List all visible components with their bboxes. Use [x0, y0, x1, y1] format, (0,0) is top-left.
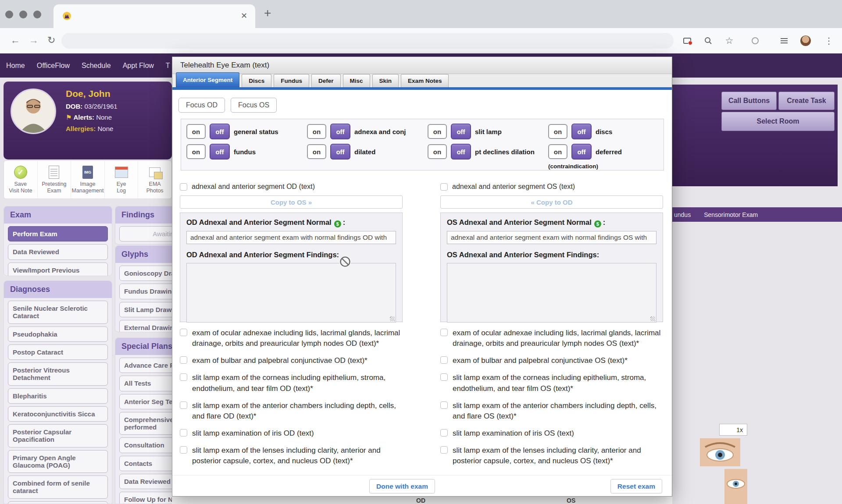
diagnosis-item[interactable]: Posterior Capsular Opacification — [8, 424, 108, 447]
exam-checkbox[interactable] — [440, 401, 448, 409]
tab-close-icon[interactable]: ✕ — [241, 11, 247, 21]
action-toolbar-button[interactable]: EyeLog — [105, 161, 139, 199]
diagnosis-item[interactable]: Combined form of senile cataract — [8, 476, 108, 499]
reading-list-icon[interactable] — [779, 35, 789, 46]
diagnosis-item[interactable]: Postop Cataract — [8, 344, 108, 360]
diagnosis-item[interactable]: Senile Nuclear Sclerotic Cataract — [8, 301, 108, 324]
modal-tab[interactable]: Fundus — [274, 74, 309, 87]
od-findings-textarea[interactable] — [186, 263, 396, 323]
reset-exam-button[interactable]: Reset exam — [610, 479, 662, 493]
od-column-header: OD — [416, 497, 425, 504]
toggle-off-button[interactable]: off — [451, 124, 471, 139]
diagnosis-item[interactable]: Posterior Vitreous Detachment — [8, 362, 108, 386]
toggle-on-button[interactable]: on — [307, 144, 326, 159]
user-avatar[interactable] — [800, 35, 811, 46]
bookmark-star-icon[interactable]: ☆ — [724, 35, 735, 46]
exam-checkbox[interactable] — [440, 429, 448, 437]
modal-tab[interactable]: Skin — [372, 74, 399, 87]
extension-icon[interactable] — [682, 35, 692, 46]
os-section-checkbox[interactable] — [440, 183, 448, 191]
diagnosis-item[interactable]: Dry Macular Degeneration — [8, 501, 108, 504]
back-icon[interactable]: ← — [11, 35, 20, 46]
exam-checkbox[interactable] — [440, 446, 448, 454]
nav-item[interactable]: T — [166, 62, 170, 70]
exam-checkbox[interactable] — [180, 401, 187, 409]
toggle-off-button[interactable]: off — [571, 124, 592, 139]
exam-section-tab[interactable]: Sensorimotor Exam — [704, 211, 758, 218]
os-normal-input[interactable]: adnexal and anterior segment exam with n… — [447, 231, 656, 244]
modal-tab[interactable]: Exam Notes — [401, 74, 449, 87]
toggle-on-button[interactable]: on — [307, 124, 326, 139]
zoom-level-box[interactable]: 1x — [719, 424, 747, 436]
diagnosis-item[interactable]: Pseudophakia — [8, 327, 108, 342]
exam-checkbox[interactable] — [180, 446, 187, 454]
exam-checkbox[interactable] — [180, 373, 187, 381]
od-section-checkbox[interactable] — [180, 183, 187, 191]
focus-os-button[interactable]: Focus OS — [231, 98, 277, 113]
call-buttons-button[interactable]: Call Buttons — [721, 92, 777, 110]
toggle-on-button[interactable]: on — [186, 124, 206, 139]
modal-tab[interactable]: Misc — [343, 74, 370, 87]
exam-checklist-label: slit lamp exam of the lenses including c… — [453, 445, 663, 466]
focus-od-button[interactable]: Focus OD — [178, 98, 225, 113]
window-controls[interactable] — [5, 11, 41, 18]
modal-tab[interactable]: Defer — [311, 74, 341, 87]
toggle-on-button[interactable]: on — [548, 124, 567, 139]
exam-checkbox[interactable] — [440, 373, 448, 381]
exam-panel: Exam Perform ExamData ReviewedView/Impor… — [4, 206, 112, 276]
address-bar[interactable] — [61, 33, 674, 49]
patient-allergies: Allergies: None — [66, 125, 118, 132]
exam-checkbox[interactable] — [440, 356, 448, 364]
toggle-on-button[interactable]: on — [186, 144, 206, 159]
exam-checkbox[interactable] — [180, 329, 187, 336]
kebab-menu-icon[interactable]: ⋮ — [824, 35, 834, 46]
patient-banner: Doe, John DOB: 03/26/1961 ⚑Alerts: None … — [4, 82, 172, 160]
exam-panel-item[interactable]: Perform Exam — [8, 226, 108, 241]
exam-checkbox[interactable] — [440, 329, 448, 336]
action-toolbar-button[interactable]: EMAPhotos — [138, 161, 171, 199]
exam-checkbox[interactable] — [180, 429, 187, 437]
action-toolbar-button[interactable]: PretestingExam — [38, 161, 71, 199]
action-toolbar-button[interactable]: ImageManagement — [71, 161, 105, 199]
action-toolbar-button[interactable]: SaveVisit Note — [4, 161, 38, 199]
nav-item[interactable]: Appt Flow — [123, 62, 154, 70]
profile-circle-icon[interactable] — [750, 35, 760, 46]
reload-icon[interactable]: ↻ — [47, 35, 55, 46]
copy-to-os-button[interactable]: Copy to OS » — [180, 195, 403, 209]
toggle-off-button[interactable]: off — [210, 124, 230, 139]
od-normal-input[interactable]: adnexal and anterior segment exam with n… — [186, 231, 396, 244]
modal-tab[interactable]: Discs — [242, 74, 271, 87]
exam-panel-item[interactable]: Data Reviewed — [8, 244, 108, 259]
diagnosis-item[interactable]: Keratoconjunctivitis Sicca — [8, 406, 108, 422]
diagnosis-item[interactable]: Blepharitis — [8, 388, 108, 404]
forward-icon[interactable]: → — [29, 35, 39, 46]
browser-tab[interactable]: ✕ — [54, 4, 255, 28]
toggle-on-button[interactable]: on — [428, 144, 447, 159]
os-findings-textarea[interactable] — [447, 263, 656, 323]
exam-checkbox[interactable] — [180, 356, 187, 364]
toggle-off-button[interactable]: off — [330, 124, 350, 139]
modal-tab[interactable]: Anterior Segment — [176, 72, 239, 87]
search-icon[interactable] — [703, 35, 714, 46]
toggle-on-button[interactable]: on — [428, 124, 447, 139]
done-with-exam-button[interactable]: Done with exam — [369, 479, 435, 493]
toggle-label: deferred — [596, 148, 622, 156]
toggle-off-button[interactable]: off — [451, 144, 471, 160]
select-room-button[interactable]: Select Room — [721, 112, 835, 131]
new-tab-button[interactable]: + — [264, 6, 271, 20]
toggle-off-button[interactable]: off — [210, 144, 230, 160]
toggle-off-button[interactable]: off — [330, 144, 350, 160]
nav-item[interactable]: Schedule — [82, 62, 111, 70]
exam-panel-item[interactable]: View/Import Previous — [8, 263, 108, 277]
exam-panel-title: Exam — [4, 206, 112, 224]
nav-item[interactable]: Home — [6, 62, 25, 70]
copy-to-od-button[interactable]: « Copy to OD — [440, 195, 663, 209]
create-task-button[interactable]: Create Task — [778, 92, 835, 110]
diagnosis-item[interactable]: Primary Open Angle Glaucoma (POAG) — [8, 450, 108, 473]
toggle-on-button[interactable]: on — [548, 144, 567, 159]
nav-item[interactable]: OfficeFlow — [37, 62, 70, 70]
diagnoses-panel: Diagnoses Senile Nuclear Sclerotic Catar… — [4, 280, 112, 504]
toggle-label: general status — [234, 128, 278, 135]
toggle-off-button[interactable]: off — [571, 144, 592, 160]
exam-section-tab[interactable]: undus — [674, 211, 691, 218]
